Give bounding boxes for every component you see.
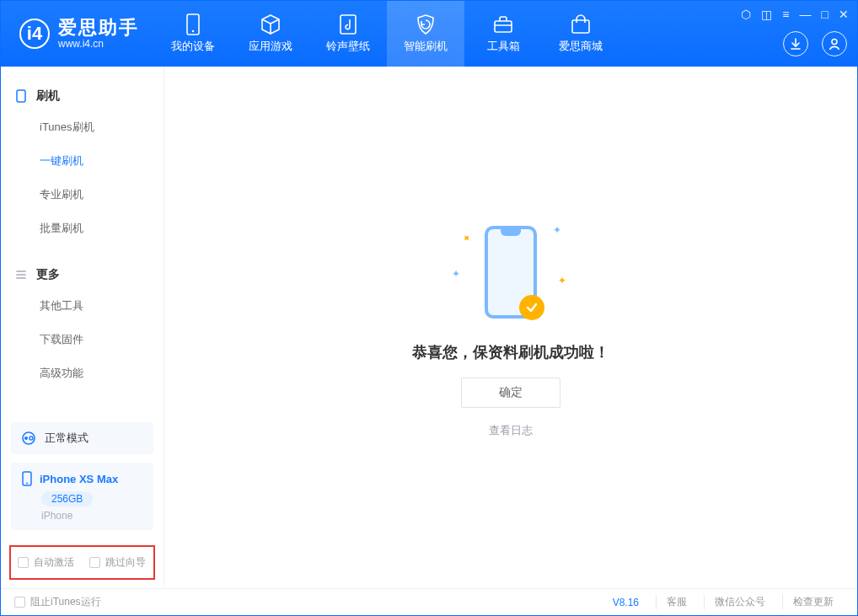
mode-icon [21, 431, 36, 446]
header-right [783, 31, 847, 56]
sidebar-item-batch-flash[interactable]: 批量刷机 [1, 212, 164, 245]
success-illustration: ✦ ✦ ✦ ✦ [435, 217, 587, 327]
sidebar-item-pro-flash[interactable]: 专业刷机 [1, 178, 164, 212]
minimize-button[interactable]: — [800, 8, 812, 21]
svg-rect-3 [495, 21, 512, 32]
sidebar-item-other-tools[interactable]: 其他工具 [1, 289, 164, 323]
sidebar-scroll: 刷机 iTunes刷机 一键刷机 专业刷机 批量刷机 更多 其他工具 下载固件 … [1, 67, 164, 414]
checkbox-auto-activate[interactable]: 自动激活 [18, 555, 74, 570]
sidebar-item-oneclick-flash[interactable]: 一键刷机 [1, 144, 164, 178]
footer-link-wechat[interactable]: 微信公众号 [704, 595, 775, 609]
checkbox-label: 自动激活 [34, 555, 74, 570]
svg-point-1 [192, 30, 195, 33]
toolbox-icon [492, 13, 514, 35]
tab-label: 应用游戏 [249, 39, 292, 54]
footer: 阻止iTunes运行 V8.16 客服 微信公众号 检查更新 [1, 588, 857, 615]
svg-rect-4 [572, 20, 589, 33]
shield-icon [415, 13, 437, 35]
svg-point-9 [29, 437, 33, 440]
music-icon [338, 13, 358, 35]
downloads-button[interactable] [783, 31, 808, 56]
mode-label: 正常模式 [45, 431, 88, 446]
device-type: iPhone [41, 510, 143, 522]
sidebar-item-advanced[interactable]: 高级功能 [1, 356, 164, 390]
maximize-button[interactable]: □ [822, 8, 829, 21]
sidebar: 刷机 iTunes刷机 一键刷机 专业刷机 批量刷机 更多 其他工具 下载固件 … [1, 67, 164, 588]
ok-button[interactable]: 确定 [461, 378, 560, 408]
svg-point-5 [832, 40, 837, 45]
window-controls: ⬡ ◫ ≡ — □ ✕ [741, 8, 849, 21]
logo[interactable]: i4 爱思助手 www.i4.cn [1, 1, 154, 67]
close-button[interactable]: ✕ [839, 8, 849, 21]
header: ⬡ ◫ ≡ — □ ✕ i4 爱思助手 www.i4.cn 我的设备 [1, 1, 857, 67]
footer-link-support[interactable]: 客服 [656, 595, 697, 609]
sparkle-icon: ✦ [459, 231, 474, 245]
main-content: ✦ ✦ ✦ ✦ 恭喜您，保资料刷机成功啦！ 确定 查看日志 [164, 67, 857, 588]
app-subtitle: www.i4.cn [58, 39, 139, 51]
app-window: ⬡ ◫ ≡ — □ ✕ i4 爱思助手 www.i4.cn 我的设备 [0, 0, 858, 616]
version-label: V8.16 [613, 597, 649, 608]
list-icon [14, 268, 28, 281]
checkbox-label: 跳过向导 [105, 555, 146, 570]
sparkle-icon: ✦ [558, 275, 566, 287]
device-name: iPhone XS Max [40, 473, 118, 485]
tab-label: 我的设备 [171, 39, 215, 54]
checkbox-box-icon [18, 557, 29, 568]
menu-icon[interactable]: ≡ [782, 8, 789, 21]
device-info-card[interactable]: iPhone XS Max 256GB iPhone [11, 463, 153, 530]
store-icon [570, 13, 592, 35]
sidebar-group-more: 更多 [1, 260, 164, 289]
svg-point-8 [24, 437, 28, 440]
tab-my-device[interactable]: 我的设备 [154, 1, 232, 67]
svg-point-11 [26, 483, 28, 485]
logo-text: 爱思助手 www.i4.cn [58, 17, 139, 50]
sparkle-icon: ✦ [553, 224, 561, 236]
tab-apps[interactable]: 应用游戏 [232, 1, 309, 67]
device-icon [185, 13, 201, 35]
skin-icon[interactable]: ◫ [761, 8, 772, 21]
group-title: 更多 [36, 267, 60, 282]
checkmark-badge-icon [519, 295, 544, 320]
view-log-link[interactable]: 查看日志 [489, 423, 533, 438]
footer-link-update[interactable]: 检查更新 [782, 595, 844, 609]
user-button[interactable] [822, 31, 847, 56]
checkbox-block-itunes[interactable]: 阻止iTunes运行 [14, 595, 101, 609]
checkbox-box-icon [14, 597, 25, 608]
checkbox-label: 阻止iTunes运行 [30, 595, 101, 609]
tab-flash[interactable]: 智能刷机 [387, 1, 464, 67]
tab-label: 爱思商城 [559, 39, 603, 54]
tab-label: 工具箱 [487, 39, 520, 54]
nav-tabs: 我的设备 应用游戏 铃声壁纸 智能刷机 [154, 1, 619, 67]
sidebar-item-itunes-flash[interactable]: iTunes刷机 [1, 110, 164, 144]
tab-label: 铃声壁纸 [326, 39, 370, 54]
sidebar-group-flash: 刷机 [1, 82, 164, 110]
tab-toolbox[interactable]: 工具箱 [464, 1, 542, 67]
tab-store[interactable]: 爱思商城 [542, 1, 619, 67]
options-highlight-box: 自动激活 跳过向导 [9, 545, 155, 580]
sparkle-icon: ✦ [452, 268, 460, 280]
body: 刷机 iTunes刷机 一键刷机 专业刷机 批量刷机 更多 其他工具 下载固件 … [1, 67, 857, 588]
tab-label: 智能刷机 [404, 39, 448, 54]
phone-outline-icon [14, 89, 28, 103]
checkbox-box-icon [89, 557, 100, 568]
success-message: 恭喜您，保资料刷机成功啦！ [412, 342, 609, 362]
device-block: 正常模式 iPhone XS Max 256GB iPhone [1, 414, 164, 538]
device-mode-card[interactable]: 正常模式 [11, 422, 153, 454]
checkbox-skip-guide[interactable]: 跳过向导 [89, 555, 146, 570]
logo-icon: i4 [19, 19, 50, 49]
sidebar-item-download-firmware[interactable]: 下载固件 [1, 323, 164, 356]
feedback-icon[interactable]: ⬡ [741, 8, 751, 21]
capacity-badge: 256GB [41, 491, 93, 506]
svg-rect-6 [17, 90, 25, 102]
device-phone-icon [21, 471, 33, 486]
tab-ringtones[interactable]: 铃声壁纸 [309, 1, 387, 67]
group-title: 刷机 [36, 88, 60, 104]
cube-icon [260, 13, 282, 35]
app-title: 爱思助手 [58, 17, 139, 38]
